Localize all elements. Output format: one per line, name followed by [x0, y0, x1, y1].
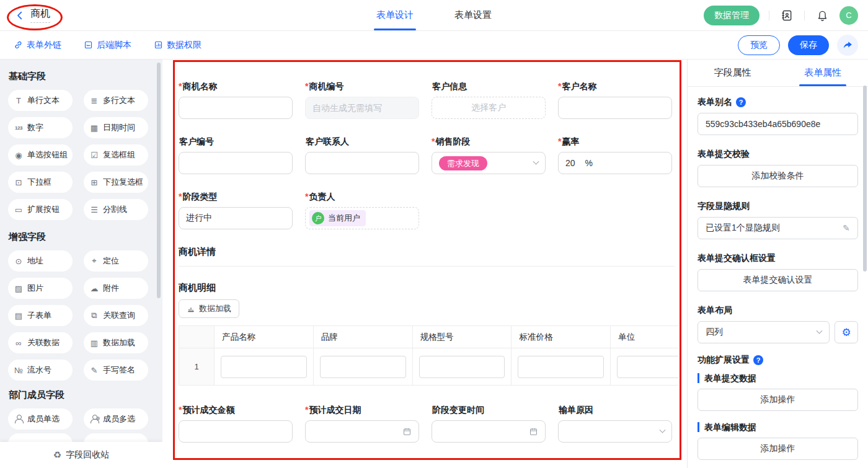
field-opportunity-no[interactable]: *商机编号: [305, 81, 419, 119]
field-item-subform[interactable]: ▤子表单: [8, 305, 73, 326]
help-icon[interactable]: ?: [753, 355, 763, 365]
field-customer-no[interactable]: 客户编号: [179, 136, 293, 174]
field-item-divider-line[interactable]: ☰分割线: [84, 199, 148, 220]
field-item-attachment[interactable]: ☁附件: [84, 278, 148, 299]
opportunity-name-input[interactable]: [179, 97, 293, 119]
link-backend-script[interactable]: 后端脚本: [84, 40, 131, 51]
field-expected-amount[interactable]: *预计成交金额: [179, 404, 293, 443]
customer-contact-input[interactable]: [305, 152, 419, 174]
tab-field-properties[interactable]: 字段属性: [688, 60, 778, 86]
field-item-checkbox-group[interactable]: ☑复选框组: [84, 144, 148, 166]
field-customer-info[interactable]: 客户信息 选择客户: [432, 81, 546, 119]
field-sales-stage[interactable]: *销售阶段 需求发现: [432, 136, 546, 174]
section-title-basic-fields: 基础字段: [9, 71, 162, 82]
field-item-single-line-text[interactable]: T单行文本: [8, 90, 73, 111]
contact-book-icon[interactable]: [779, 7, 795, 24]
field-item-number[interactable]: 123数字: [8, 117, 73, 138]
field-item-datetime[interactable]: ▦日期时间: [84, 117, 148, 138]
layout-settings-button[interactable]: ⚙: [835, 321, 858, 343]
stage-change-time-picker[interactable]: [432, 420, 546, 443]
subform-table-wrap: 产品名称 品牌 规格型号 标准价格 单位 1: [179, 325, 678, 386]
field-owner[interactable]: *负责人 户 当前用户: [305, 191, 419, 229]
brand-input[interactable]: [320, 356, 406, 378]
preview-button[interactable]: 预览: [738, 35, 780, 55]
field-opportunity-name[interactable]: *商机名称: [179, 81, 293, 119]
back-button[interactable]: 商机: [15, 7, 50, 23]
form-designer-app: 商机 表单设计 表单设置 数据管理 C 表单外链: [0, 0, 868, 468]
link-form-external[interactable]: 表单外链: [14, 40, 61, 51]
field-label: *商机名称: [179, 81, 293, 92]
field-item-select[interactable]: ⊡下拉框: [8, 172, 73, 193]
layout-select[interactable]: 四列: [698, 321, 830, 343]
field-item-label: 单选按钮组: [27, 149, 68, 161]
field-lose-reason[interactable]: 输单原因: [558, 404, 672, 443]
field-item-relation-query[interactable]: ⧉关联查询: [84, 305, 148, 326]
form-layout-label: 表单布局: [698, 305, 858, 316]
help-icon[interactable]: ?: [736, 97, 746, 107]
field-item-radio-group[interactable]: ◉单选按钮组: [8, 144, 73, 166]
owner-picker[interactable]: 户 当前用户: [305, 207, 419, 229]
share-button[interactable]: [837, 35, 858, 56]
link-data-permission[interactable]: 数据权限: [154, 40, 202, 51]
spec-model-input[interactable]: [419, 356, 505, 378]
product-name-input[interactable]: [221, 356, 307, 378]
panel-scrollbar[interactable]: [863, 86, 867, 272]
field-stage-change-time[interactable]: 阶段变更时间: [432, 404, 546, 443]
field-stage-type[interactable]: *阶段类型 进行中: [179, 191, 293, 229]
field-recycle-bin[interactable]: ♻ 字段回收站: [0, 442, 162, 468]
field-item-member-multi[interactable]: 成员多选: [84, 408, 148, 430]
avatar[interactable]: C: [839, 6, 858, 25]
field-item-member-single[interactable]: 成员单选: [8, 408, 73, 430]
tab-form-properties[interactable]: 表单属性: [778, 60, 868, 86]
field-expected-date[interactable]: *预计成交日期: [305, 404, 419, 443]
required-star: *: [179, 191, 182, 202]
sales-stage-select[interactable]: 需求发现: [432, 152, 546, 174]
field-item-multi-line-text[interactable]: ≣多行文本: [84, 90, 148, 111]
field-item-address[interactable]: ⊙地址: [8, 250, 73, 272]
lose-reason-select[interactable]: [558, 420, 672, 443]
bell-icon[interactable]: [814, 7, 830, 24]
field-item-location[interactable]: ⌖定位: [84, 250, 148, 272]
visibility-rules-value: 已设置1个显隐规则: [706, 223, 780, 234]
submit-confirm-button[interactable]: 表单提交确认设置: [698, 269, 858, 291]
tab-form-settings[interactable]: 表单设置: [452, 0, 494, 30]
edit-data-add-button[interactable]: 添加操作: [698, 438, 858, 460]
visibility-rules-box[interactable]: 已设置1个显隐规则 ✎: [698, 217, 858, 239]
customer-no-input[interactable]: [179, 152, 293, 174]
form-canvas[interactable]: *商机名称 *商机编号 客户信息 选择客户 *客户名称 客户: [162, 60, 687, 468]
field-item-image[interactable]: ▨图片: [8, 278, 73, 299]
standard-price-input[interactable]: [518, 356, 604, 378]
field-label: *客户名称: [558, 81, 672, 92]
field-customer-name[interactable]: *客户名称: [558, 81, 672, 119]
field-item-extend-button[interactable]: ▭扩展按钮: [8, 199, 73, 220]
field-item-relation-data[interactable]: ∞关联数据: [8, 332, 73, 353]
col-product-name: 产品名称: [215, 326, 314, 348]
field-item-multi-select[interactable]: ⊞下拉复选框: [84, 172, 148, 193]
edit-icon[interactable]: ✎: [843, 223, 850, 233]
data-load-button[interactable]: 数据加载: [179, 299, 239, 318]
member-fields-grid: 成员单选 成员多选: [0, 408, 162, 430]
customer-picker[interactable]: 选择客户: [432, 97, 546, 119]
expected-date-picker[interactable]: [305, 420, 419, 443]
field-item-signature[interactable]: ✎手写签名: [84, 360, 148, 381]
submit-data-add-button[interactable]: 添加操作: [698, 389, 858, 411]
page-title[interactable]: 商机: [30, 7, 50, 23]
unit-input[interactable]: [617, 356, 678, 378]
stage-type-input[interactable]: 进行中: [179, 207, 293, 229]
share-icon: [843, 40, 853, 50]
field-win-rate[interactable]: *赢率 20 %: [558, 136, 672, 174]
field-customer-contact[interactable]: 客户联系人: [305, 136, 419, 174]
win-rate-input[interactable]: 20 %: [558, 152, 672, 174]
save-button[interactable]: 保存: [788, 35, 829, 55]
customer-name-input[interactable]: [558, 97, 672, 119]
form-alias-input[interactable]: 559c93cb433eb4a65b690e8e: [698, 113, 858, 135]
sidebar-scrollbar[interactable]: [157, 63, 161, 298]
field-item-serial-number[interactable]: №流水号: [8, 360, 73, 381]
tab-form-design[interactable]: 表单设计: [374, 0, 416, 30]
data-manage-button[interactable]: 数据管理: [704, 6, 760, 25]
form-alias-label: 表单别名 ?: [698, 97, 858, 108]
percent-suffix: %: [585, 158, 593, 168]
add-validation-button[interactable]: 添加校验条件: [698, 165, 858, 187]
field-item-data-load[interactable]: ▥数据加载: [84, 332, 148, 353]
expected-amount-input[interactable]: [179, 420, 293, 443]
